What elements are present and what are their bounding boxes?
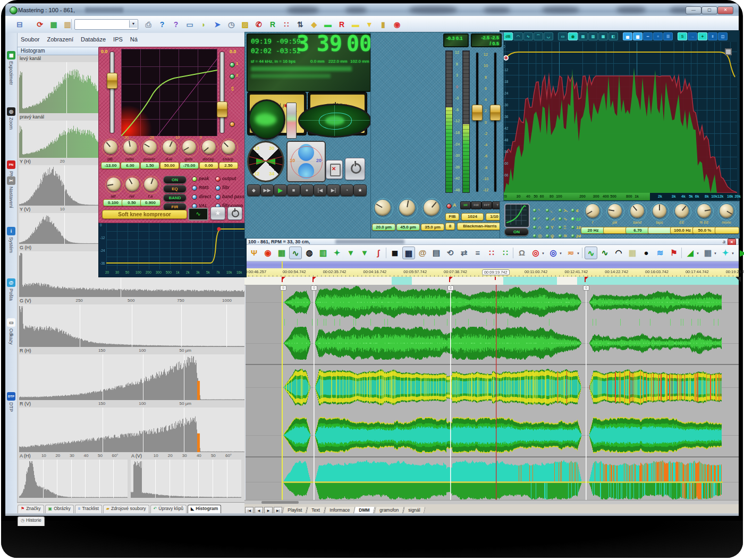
filter-mode-b3[interactable]: FFT: [481, 201, 492, 209]
spectrum-toolbar-button-9[interactable]: ▦: [598, 32, 608, 40]
help-icon[interactable]: ?: [156, 19, 168, 30]
preset-star-button[interactable]: ★: [210, 207, 225, 220]
ffwd-button[interactable]: ▶▶: [260, 184, 274, 196]
dual-box-icon[interactable]: ◼: [388, 247, 401, 259]
r-red-icon[interactable]: R: [336, 19, 348, 30]
spectrum-toolbar-button-6[interactable]: ◉: [568, 32, 578, 40]
gold-columns-icon[interactable]: ▮: [377, 19, 389, 30]
marker-flag[interactable]: [449, 277, 450, 282]
maximize-button[interactable]: ▢: [701, 6, 717, 14]
sidebar-item-nastavení[interactable]: ✂Nastavení: [6, 176, 16, 210]
bars-icon[interactable]: ▥: [317, 247, 329, 259]
route-icon[interactable]: ✦: [331, 247, 343, 259]
eq-knob-f[interactable]: [584, 202, 602, 220]
overview-strip[interactable]: [244, 261, 739, 269]
spectrum-toolbar-button-12[interactable]: ▆: [633, 32, 642, 40]
printer-icon[interactable]: ⎙: [142, 19, 154, 30]
menu-item[interactable]: IPS: [113, 36, 123, 43]
dropdown-caret-icon[interactable]: ▼: [559, 252, 562, 255]
fft-size-button[interactable]: 1024: [461, 213, 484, 220]
wifi-icon[interactable]: ≋: [654, 247, 666, 259]
loop-icon[interactable]: ⟲: [444, 247, 456, 259]
step-icon[interactable]: ∫: [372, 247, 385, 259]
tab-historie[interactable]: ◷Historie: [18, 516, 45, 526]
comp-knob-gate[interactable]: [181, 139, 199, 157]
fib-button[interactable]: FIB: [445, 213, 459, 220]
filter-type-cell[interactable]: Y: [546, 222, 557, 229]
funnel-icon[interactable]: ▼: [363, 19, 375, 30]
eq-knob-mono[interactable]: [718, 202, 736, 220]
slope-cell[interactable]: 12: [571, 213, 585, 220]
exchange-icon[interactable]: ⇄: [458, 247, 470, 259]
filter-type-cell[interactable]: ⋌: [546, 213, 557, 220]
eq-on-toggle[interactable]: ON: [504, 228, 529, 236]
yellow-dash-icon[interactable]: ▬: [350, 19, 361, 30]
filter-type-cell[interactable]: ◎: [533, 230, 545, 237]
record-icon[interactable]: ◉: [391, 19, 403, 30]
toggle-eq[interactable]: EQ: [163, 185, 187, 193]
eq-curve-button[interactable]: [504, 203, 530, 228]
lights-icon[interactable]: ▦: [626, 247, 639, 259]
menu-item[interactable]: Zobrazení: [47, 36, 73, 43]
red-dots-icon[interactable]: ∷: [485, 247, 498, 259]
wave2-icon[interactable]: ∿: [598, 247, 611, 259]
filter-type-cell[interactable]: ◟: [546, 205, 557, 212]
target-icon[interactable]: ◉: [261, 247, 274, 259]
h-scrollbar[interactable]: [244, 500, 739, 504]
rec-30-red-icon[interactable]: ◎: [529, 247, 542, 259]
matrix-icon[interactable]: ∷: [281, 19, 292, 30]
sidebar-item-pošta[interactable]: @Pošta: [6, 278, 16, 303]
spectrum-canvas[interactable]: [502, 42, 737, 193]
sidebar-item-expozimetr[interactable]: ▦Expozimetr: [6, 51, 16, 87]
slope-cell[interactable]: 6: [571, 205, 585, 212]
filter-type-cell[interactable]: ◝: [533, 205, 545, 212]
preset-button[interactable]: Soft knee kompresor: [102, 210, 187, 219]
rec-30-blue-icon[interactable]: ◎: [547, 247, 560, 259]
filter-type-cell[interactable]: ∿: [559, 213, 570, 220]
h-scrollbar-thumb[interactable]: [261, 501, 299, 504]
clip-tag[interactable]: (): [280, 285, 286, 291]
eq-knob-taps[interactable]: [651, 202, 669, 220]
spectrum-toolbar-button-4[interactable]: ◡: [544, 32, 553, 40]
dropdown-caret-icon[interactable]: ▼: [731, 252, 734, 255]
wave-display-icon[interactable]: ∿: [289, 247, 302, 259]
play-button[interactable]: ▶: [274, 184, 287, 196]
comp-knob-power[interactable]: [141, 139, 159, 157]
hazard-icon[interactable]: ▨: [239, 19, 251, 30]
filter-mode-b2[interactable]: FIR: [471, 201, 481, 209]
dropdown-caret-icon[interactable]: ▼: [542, 252, 545, 255]
dmm-knob-3[interactable]: [422, 198, 442, 218]
record-button[interactable]: ●: [300, 184, 314, 196]
title-bar[interactable]: Mastering : 100 - 861, — ▢ ✕: [5, 4, 739, 16]
calculator-icon[interactable]: ▦: [701, 247, 714, 259]
clock-icon[interactable]: ◷: [225, 19, 237, 30]
save-icon[interactable]: ▦: [275, 247, 288, 259]
spectrum-toolbar-button-18[interactable]: ✦: [698, 32, 707, 40]
filter-type-cell[interactable]: ≋: [559, 230, 570, 237]
marker-strip[interactable]: [244, 277, 739, 285]
filter-mode-b1[interactable]: IIR: [460, 201, 471, 209]
wait-button[interactable]: ◆: [247, 184, 260, 196]
filter-type-cell[interactable]: ∩: [533, 222, 545, 229]
waveform-monitor-button[interactable]: ∿: [188, 208, 208, 220]
waveform-tracks[interactable]: [246, 285, 739, 500]
spectrum-toolbar-button-3[interactable]: ⌒: [534, 32, 543, 40]
marker-flag[interactable]: [282, 277, 283, 282]
selection-region[interactable]: [503, 277, 557, 285]
comp-knob-rel[interactable]: [124, 176, 142, 194]
comp-knob-dB[interactable]: [102, 139, 120, 157]
next-button[interactable]: ▶|: [327, 184, 340, 196]
play-flag-icon[interactable]: ▶: [737, 247, 744, 259]
record-arm-icon[interactable]: ●: [640, 247, 653, 259]
flag-icon[interactable]: ⚑: [667, 247, 680, 259]
comp-knob-sharp[interactable]: [220, 139, 238, 157]
eq-knob-% EE[interactable]: [696, 202, 714, 220]
comp-knob-f.a[interactable]: [142, 176, 160, 194]
spectrum-toolbar-button-19[interactable]: ‖: [708, 32, 717, 40]
input-fader-handle[interactable]: [107, 73, 117, 89]
clip-tag[interactable]: (): [583, 285, 589, 291]
spectrum-toolbar-button-17[interactable]: →: [688, 32, 697, 40]
black-wave-icon[interactable]: ◠: [612, 247, 625, 259]
filter-type-cell[interactable]: ψ: [546, 230, 557, 237]
window-function-button[interactable]: Blackman-Harris: [457, 223, 503, 230]
